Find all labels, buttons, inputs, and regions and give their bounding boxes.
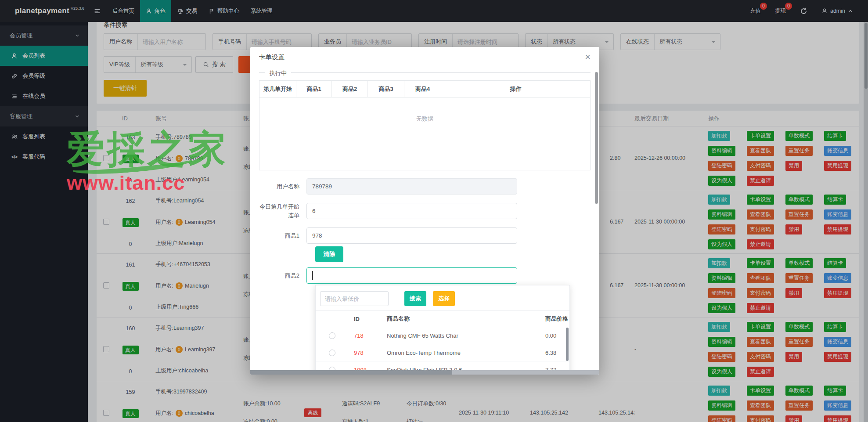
exec-col-start-order: 第几单开始 bbox=[259, 81, 296, 97]
username-field-label: 用户名称 bbox=[259, 182, 299, 191]
dropdown-select-button[interactable]: 选择 bbox=[433, 291, 455, 306]
product-table-header: ID 商品名称 商品价格 bbox=[316, 310, 569, 327]
username-field-row: 用户名称 bbox=[259, 178, 591, 195]
clear-button-row: 清除 bbox=[315, 246, 591, 262]
product-header-id: ID bbox=[349, 316, 382, 322]
product1-input[interactable] bbox=[306, 227, 517, 244]
executing-table-body: 无数据 bbox=[259, 97, 590, 170]
executing-table: 第几单开始 商品1 商品2 商品3 商品4 操作 无数据 bbox=[259, 80, 591, 170]
product1-field-label: 商品1 bbox=[259, 231, 299, 240]
product-name: Nothing CMF 65 Watts Char bbox=[382, 332, 540, 339]
product-picker-dropdown: 搜索 选择 ID 商品名称 商品价格 718 Nothing CMF 65 Wa… bbox=[315, 285, 570, 375]
min-price-input[interactable] bbox=[320, 291, 389, 306]
product-id: 978 bbox=[349, 350, 382, 356]
modal-title: 卡单设置 bbox=[259, 53, 285, 61]
product-header-price: 商品价格 bbox=[540, 315, 569, 323]
exec-col-action: 操作 bbox=[441, 81, 590, 97]
dropdown-scrollbar-thumb[interactable] bbox=[566, 328, 569, 361]
product-radio[interactable] bbox=[329, 332, 335, 339]
dropdown-search-row: 搜索 选择 bbox=[316, 285, 569, 310]
running-fieldset: 执行中 bbox=[259, 72, 591, 73]
product1-field-row: 商品1 bbox=[259, 227, 591, 244]
product2-field-row: 商品2 bbox=[259, 267, 591, 284]
modal-header: 卡单设置 × bbox=[250, 47, 599, 67]
product2-field-label: 商品2 bbox=[259, 271, 299, 280]
modal-body: 执行中 第几单开始 商品1 商品2 商品3 商品4 操作 无数据 用户名称 今日… bbox=[250, 72, 599, 375]
text-cursor bbox=[312, 271, 313, 280]
product-radio[interactable] bbox=[329, 350, 335, 356]
product-price: 0.00 bbox=[540, 332, 569, 339]
clear-product-button[interactable]: 清除 bbox=[315, 246, 343, 262]
modal-username-input bbox=[306, 178, 517, 195]
start-order-field-row: 今日第几单开始连单 bbox=[259, 202, 591, 220]
exec-col-product4: 商品4 bbox=[404, 81, 441, 97]
executing-table-header: 第几单开始 商品1 商品2 商品3 商品4 操作 bbox=[259, 81, 590, 97]
no-data-text: 无数据 bbox=[259, 115, 590, 123]
exec-col-product1: 商品1 bbox=[296, 81, 332, 97]
start-order-field-label: 今日第几单开始连单 bbox=[259, 202, 299, 220]
product-name: Omron Eco-Temp Thermome bbox=[382, 350, 540, 356]
close-icon[interactable]: × bbox=[585, 52, 591, 62]
product-row[interactable]: 978 Omron Eco-Temp Thermome 6.38 bbox=[316, 344, 569, 361]
modal-scrollbar-thumb[interactable] bbox=[595, 72, 598, 204]
running-legend: 执行中 bbox=[265, 69, 291, 77]
product-row[interactable]: 718 Nothing CMF 65 Watts Char 0.00 bbox=[316, 327, 569, 344]
product2-input[interactable] bbox=[306, 267, 517, 284]
product-header-name: 商品名称 bbox=[382, 315, 540, 323]
exec-col-product2: 商品2 bbox=[332, 81, 368, 97]
start-order-input[interactable] bbox=[306, 203, 517, 219]
dropdown-search-button[interactable]: 搜索 bbox=[404, 291, 426, 306]
product-price: 6.38 bbox=[540, 350, 569, 356]
exec-col-product3: 商品3 bbox=[368, 81, 404, 97]
modal-horizontal-scrollbar[interactable] bbox=[250, 370, 599, 375]
card-order-settings-modal: 卡单设置 × 执行中 第几单开始 商品1 商品2 商品3 商品4 操作 无数据 … bbox=[250, 47, 599, 375]
scrollbar-thumb[interactable] bbox=[250, 370, 452, 375]
product-id: 718 bbox=[349, 332, 382, 339]
